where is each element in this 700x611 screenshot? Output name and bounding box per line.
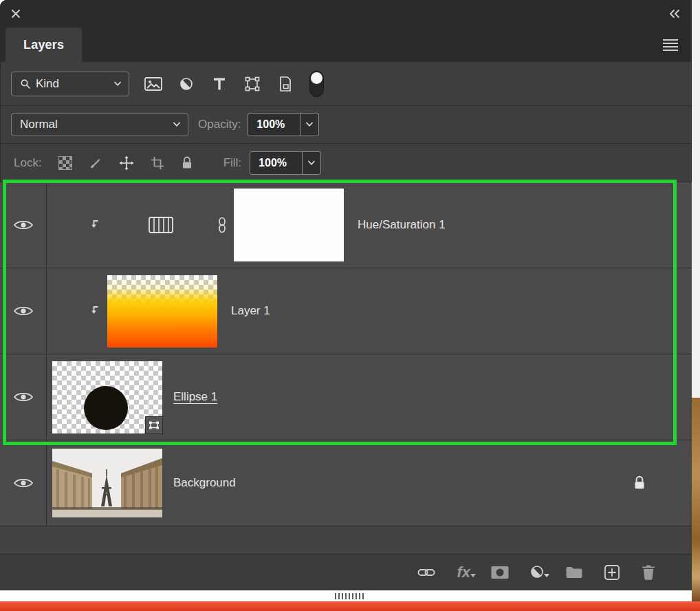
lock-transparency-button[interactable] <box>58 156 72 170</box>
visibility-toggle[interactable] <box>0 440 47 526</box>
new-adjustment-layer-button[interactable] <box>529 565 545 580</box>
add-layer-mask-button[interactable] <box>491 566 509 579</box>
shape-icon <box>244 76 261 92</box>
blend-mode-dropdown[interactable]: Normal <box>11 113 188 136</box>
layer-name-editing[interactable]: Ellipse 1 <box>173 390 217 404</box>
clipping-mask-arrow-icon <box>89 219 100 231</box>
lock-artboard-button[interactable] <box>151 156 164 170</box>
layers-list: Hue/Saturation 1 <box>0 182 692 554</box>
adjustment-layer-filter-button[interactable] <box>177 75 195 93</box>
smart-object-icon <box>278 76 293 92</box>
fill-value: 100% <box>250 152 302 174</box>
lock-all-button[interactable] <box>181 156 193 171</box>
visibility-toggle[interactable] <box>0 354 47 440</box>
smart-object-filter-button[interactable] <box>276 75 294 93</box>
delete-layer-button[interactable] <box>641 564 656 581</box>
locked-layer-icon[interactable] <box>633 475 646 491</box>
blend-row: Normal Opacity: 100% <box>0 106 692 144</box>
type-layer-filter-button[interactable] <box>210 75 228 93</box>
layer-name[interactable]: Layer 1 <box>231 304 270 318</box>
mask-link-icon[interactable] <box>217 217 227 233</box>
brush-icon <box>89 156 102 170</box>
eye-icon <box>13 390 34 404</box>
kind-filter-label: Kind <box>36 77 59 91</box>
eye-icon <box>13 218 34 232</box>
chevron-down-icon <box>113 81 122 87</box>
layer-row-body: Hue/Saturation 1 <box>47 182 692 268</box>
layer-name[interactable]: Hue/Saturation 1 <box>358 218 446 232</box>
tab-layers[interactable]: Layers <box>6 28 82 62</box>
opacity-dropdown-chevron[interactable] <box>300 114 318 136</box>
new-layer-icon <box>604 564 620 581</box>
move-icon <box>119 156 134 171</box>
layers-panel: Layers Kind <box>0 0 692 590</box>
visibility-toggle[interactable] <box>0 268 47 354</box>
canvas-behind-right-top <box>692 0 700 398</box>
filter-row: Kind <box>0 62 692 106</box>
layers-list-empty-area <box>0 526 692 554</box>
half-circle-icon <box>179 76 194 92</box>
link-layers-button[interactable] <box>417 566 436 579</box>
canvas-behind-right-lower <box>692 398 700 601</box>
eye-icon <box>13 304 34 318</box>
layer-row-background[interactable]: Background <box>0 440 692 526</box>
layer-effects-button[interactable]: fx <box>457 564 470 581</box>
layer-row-layer1[interactable]: Layer 1 <box>0 268 692 354</box>
collapse-panel-icon[interactable] <box>668 9 681 19</box>
lock-label: Lock: <box>14 156 42 170</box>
eye-icon <box>13 476 34 490</box>
new-adjustment-layer-icon <box>529 565 545 580</box>
layer-mask-thumbnail[interactable] <box>234 189 344 261</box>
opacity-field[interactable]: 100% <box>248 113 319 136</box>
chevron-down-icon <box>307 160 316 166</box>
new-group-icon <box>565 566 583 579</box>
screenshot-root: Layers Kind <box>0 0 700 611</box>
new-group-button[interactable] <box>565 566 583 579</box>
layer-row-hue-saturation[interactable]: Hue/Saturation 1 <box>0 182 692 268</box>
fill-dropdown-chevron[interactable] <box>302 152 320 174</box>
canvas-behind-bottom <box>0 601 700 611</box>
layer-thumbnail-photo[interactable] <box>52 449 162 517</box>
filter-toggle-switch[interactable] <box>309 71 324 97</box>
type-icon <box>212 76 227 92</box>
picture-icon <box>144 76 162 92</box>
pixel-layer-filter-button[interactable] <box>144 75 162 93</box>
fx-label: fx <box>457 564 470 581</box>
tab-layers-label: Layers <box>23 38 64 52</box>
resize-grip[interactable] <box>335 593 365 599</box>
lock-transparency-icon <box>58 156 72 170</box>
layer-name[interactable]: Background <box>173 476 236 490</box>
lock-row: Lock: <box>0 144 692 182</box>
layer-row-body: Layer 1 <box>47 268 692 354</box>
link-layers-icon <box>417 566 436 579</box>
add-layer-mask-icon <box>491 566 509 579</box>
layer-thumbnail-ellipse[interactable] <box>52 361 162 433</box>
panel-menu-icon[interactable] <box>663 39 678 51</box>
clipping-mask-arrow-icon <box>89 306 100 317</box>
layer-row-body: Background <box>47 440 692 526</box>
lock-position-button[interactable] <box>119 156 134 171</box>
layer-row-ellipse[interactable]: Ellipse 1 <box>0 354 692 440</box>
chevron-down-icon <box>173 122 181 127</box>
ellipse-shape-preview <box>84 386 128 430</box>
fill-field[interactable]: 100% <box>250 151 321 175</box>
adjustment-sliders-icon[interactable] <box>149 215 173 235</box>
lock-paint-button[interactable] <box>89 156 102 170</box>
close-icon[interactable] <box>11 9 21 19</box>
kind-filter-dropdown[interactable]: Kind <box>11 72 129 96</box>
opacity-value: 100% <box>248 114 300 136</box>
fx-dropdown-caret <box>470 574 476 580</box>
blend-mode-value: Normal <box>20 118 58 131</box>
artboard-icon <box>151 156 164 170</box>
visibility-toggle[interactable] <box>0 182 47 268</box>
layer-thumbnail-gradient[interactable] <box>107 275 217 347</box>
shape-layer-filter-button[interactable] <box>243 75 261 93</box>
panel-bottom-bar: fx <box>0 554 692 590</box>
layer-row-body: Ellipse 1 <box>47 354 692 440</box>
lock-icon <box>181 156 193 171</box>
new-layer-button[interactable] <box>604 564 620 581</box>
delete-layer-icon <box>641 564 656 581</box>
panel-titlebar <box>0 0 692 28</box>
search-icon <box>20 78 31 89</box>
shape-layer-badge-icon <box>145 416 163 434</box>
